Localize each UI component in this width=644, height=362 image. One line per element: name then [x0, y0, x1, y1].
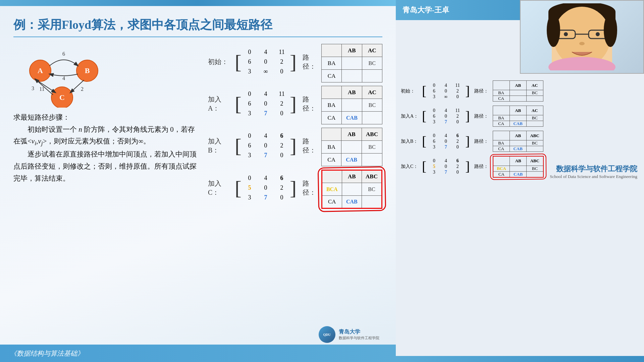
svg-text:4: 4 — [62, 75, 65, 81]
mirror-after-a: 加入A： [ 0411 602 370 ] 路径： ABAC BABC CACA… — [401, 106, 639, 127]
matrix-c-label: 加入C： — [208, 179, 231, 197]
school-chinese: 数据科学与软件工程学院 — [550, 164, 637, 174]
right-panel: 青岛大学-王卓 — [396, 0, 644, 362]
matrix-b-label: 加入B： — [208, 137, 231, 155]
university-name: 青岛大学 — [339, 328, 379, 336]
slide-area: 例：采用Floyd算法，求图中各顶点之间最短路径 A B C 6 4 — [0, 0, 396, 362]
university-header-text: 青岛大学-王卓 — [402, 5, 449, 15]
path-label-c: 路径： — [303, 179, 316, 197]
path-label-b: 路径： — [303, 137, 316, 155]
right-panel-bottom-bar — [396, 356, 644, 362]
svg-text:6: 6 — [62, 51, 65, 57]
svg-point-23 — [604, 13, 617, 47]
svg-text:2: 2 — [81, 86, 84, 92]
matrix-c-pair: 加入C： [ 046 502 370 ] 路径： — [208, 170, 382, 209]
description-text: 求最短路径步骤： 初始时设置一个 n 阶方阵，令其对角线元素为 0，若存在弧<v… — [13, 112, 201, 184]
matrix-a-pair: 加入A： [ 0411 602 370 ] 路径： — [208, 86, 382, 124]
matrix-b: [ 046 602 370 ] — [235, 131, 297, 160]
svg-text:3: 3 — [32, 85, 34, 91]
slide-title: 例：采用Floyd算法，求图中各顶点之间最短路径 — [13, 17, 382, 37]
matrix-a-label: 加入A： — [208, 95, 231, 113]
initial-label: 初始： — [208, 57, 231, 66]
initial-path-table: AB AC BA BC CA — [321, 44, 382, 82]
matrix-values: 0411 602 3∞0 — [241, 48, 290, 76]
university-logo-area: QDU 青岛大学 数据科学与软件工程学院 — [302, 324, 396, 345]
right-section: 初始： [ 0411 602 3∞0 ] 路径： — [208, 44, 382, 209]
bottom-bar: 《数据结构与算法基础》 — [0, 345, 396, 362]
matrix-a: [ 0411 602 370 ] — [235, 89, 297, 118]
svg-point-22 — [547, 13, 560, 47]
matrix-c: [ 046 502 370 ] — [235, 174, 297, 202]
left-bracket: [ — [235, 52, 241, 72]
graph-diagram: A B C 6 4 11 3 2 — [13, 44, 107, 108]
school-name: 数据科学与软件工程学院 — [339, 336, 379, 341]
svg-text:C: C — [59, 93, 65, 102]
matrix-a-values: 0411 602 370 — [241, 89, 290, 118]
slide-content-mirror: 初始： [ 0411 602 3∞0 ] 路径： ABAC BABC CA 加入… — [396, 75, 644, 183]
left-section: A B C 6 4 11 3 2 — [13, 44, 201, 209]
svg-text:B: B — [85, 66, 90, 75]
presenter-webcam — [520, 0, 644, 74]
matrix-b-values: 046 602 370 — [241, 131, 290, 160]
mirror-content: 初始： [ 0411 602 3∞0 ] 路径： ABAC BABC CA 加入… — [401, 80, 639, 178]
path-label-a: 路径： — [303, 95, 316, 113]
school-info: 数据科学与软件工程学院 School of Data Science and S… — [550, 164, 637, 179]
right-bracket: ] — [290, 52, 297, 72]
main-content: A B C 6 4 11 3 2 — [13, 44, 382, 209]
after-c-path-table: AB ABC BCA BC CA CAB — [321, 170, 382, 209]
svg-point-20 — [579, 42, 585, 45]
matrix-a-row: 加入A： [ 0411 602 370 ] 路径： — [208, 89, 319, 118]
initial-pair: 初始： [ 0411 602 3∞0 ] 路径： — [208, 44, 382, 82]
after-a-path-table: AB AC BA BC CA CAB — [321, 86, 382, 124]
university-logo-circle: QDU — [319, 326, 335, 343]
step2-text: 逐步试着在原直接路径中增加中间顶点，若加入中间顶点后路径变短，则修改之；否则，维… — [13, 148, 201, 184]
bottom-bar-text: 《数据结构与算法基础》 — [10, 349, 84, 358]
svg-point-18 — [564, 32, 568, 36]
top-gradient-bar — [0, 0, 396, 6]
mirror-after-b: 加入B： [ 046 602 370 ] 路径： ABABC BABC CACA… — [401, 131, 639, 152]
school-english: School of Data Science and Software Engi… — [550, 174, 637, 179]
svg-text:A: A — [38, 66, 43, 75]
after-b-path-table: AB ABC BA BC CA CAB — [321, 128, 382, 166]
svg-point-19 — [596, 32, 600, 36]
matrix-c-row: 加入C： [ 046 502 370 ] 路径： — [208, 174, 319, 202]
initial-matrix-row: 初始： [ 0411 602 3∞0 ] 路径： — [208, 48, 319, 76]
matrix-b-row: 加入B： [ 046 602 370 ] 路径： — [208, 131, 319, 160]
matrix-c-values: 046 502 370 — [241, 174, 290, 202]
highlighted-table-container: AB ABC BCA BC CA CAB — [321, 170, 382, 209]
matrix-b-pair: 加入B： [ 046 602 370 ] 路径： — [208, 128, 382, 166]
mirror-initial: 初始： [ 0411 602 3∞0 ] 路径： ABAC BABC CA — [401, 80, 639, 102]
presenter-avatar — [532, 3, 632, 70]
steps-title: 求最短路径步骤： — [13, 112, 201, 124]
step1-text: 初始时设置一个 n 阶方阵，令其对角线元素为 0，若存在弧<vi,vj>，则对应… — [13, 124, 201, 149]
university-info: 青岛大学 数据科学与软件工程学院 — [339, 328, 379, 341]
initial-matrix: [ 0411 602 3∞0 ] — [235, 48, 297, 76]
path-label-initial: 路径： — [303, 53, 316, 71]
